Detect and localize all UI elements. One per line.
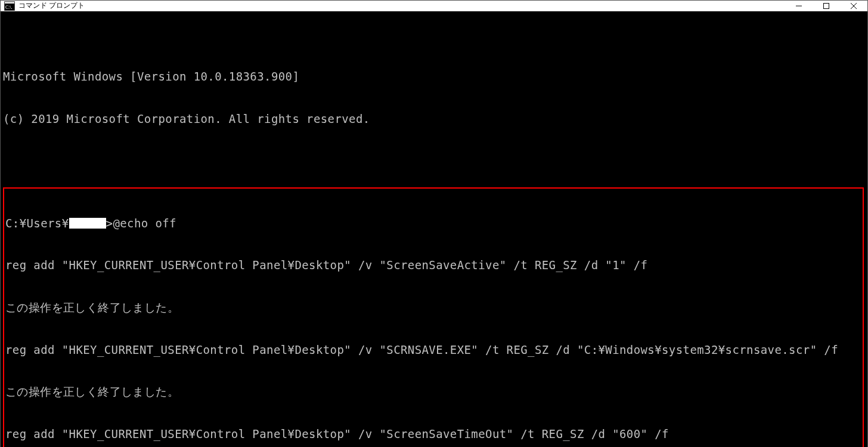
prompt-line: C:¥Users¥>@echo off [4, 217, 863, 231]
svg-line-6 [851, 3, 857, 9]
version-line: Microsoft Windows [Version 10.0.18363.90… [3, 70, 864, 84]
output-line: reg add "HKEY_CURRENT_USER¥Control Panel… [4, 427, 863, 442]
prompt-prefix: C:¥Users¥ [5, 217, 69, 231]
close-button[interactable] [840, 1, 867, 11]
console-header: Microsoft Windows [Version 10.0.18363.90… [3, 42, 864, 154]
cmd-icon: C:\. [4, 1, 15, 11]
svg-rect-4 [824, 3, 829, 8]
output-line: この操作を正しく終了しました。 [4, 301, 863, 315]
title-left: C:\. コマンド プロンプト [4, 1, 85, 11]
output-line: reg add "HKEY_CURRENT_USER¥Control Panel… [4, 343, 863, 357]
highlighted-output: C:¥Users¥>@echo off reg add "HKEY_CURREN… [3, 187, 864, 447]
window-title: コマンド プロンプト [18, 1, 85, 11]
output-line: この操作を正しく終了しました。 [4, 385, 863, 399]
command-prompt-window: C:\. コマンド プロンプト Microsoft Windows [Versi… [0, 0, 868, 447]
svg-rect-1 [5, 2, 14, 4]
copyright-line: (c) 2019 Microsoft Corporation. All righ… [3, 112, 864, 127]
maximize-button[interactable] [813, 1, 840, 11]
window-controls [785, 1, 867, 11]
console-area[interactable]: Microsoft Windows [Version 10.0.18363.90… [1, 11, 867, 447]
svg-text:C:\.: C:\. [5, 5, 13, 10]
redacted-username [69, 218, 106, 229]
titlebar[interactable]: C:\. コマンド プロンプト [1, 1, 867, 11]
prompt-suffix: >@echo off [106, 217, 176, 231]
output-line: reg add "HKEY_CURRENT_USER¥Control Panel… [4, 258, 863, 273]
svg-line-5 [851, 3, 857, 9]
minimize-button[interactable] [785, 1, 813, 11]
